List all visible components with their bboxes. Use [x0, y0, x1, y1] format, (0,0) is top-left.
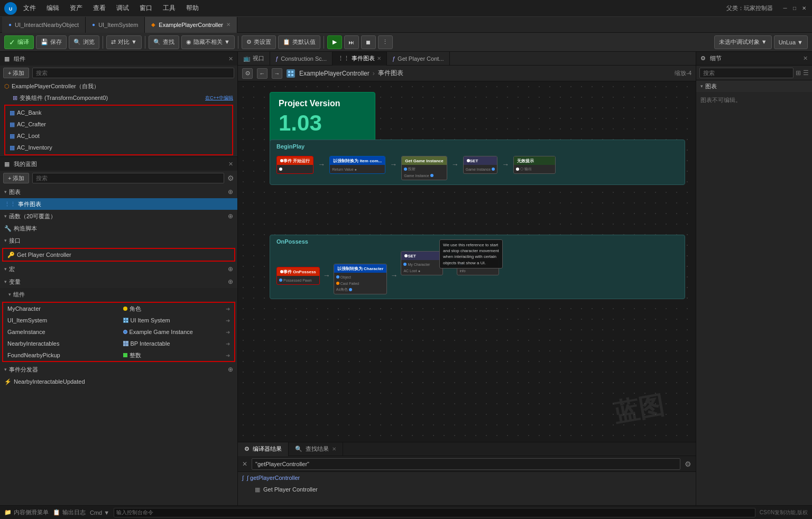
component-ac-crafter[interactable]: ▦ AC_Crafter — [5, 118, 232, 130]
close-button[interactable]: ✕ — [800, 5, 808, 12]
graphs-add-icon[interactable]: ⊕ — [228, 188, 233, 196]
macros-section-header[interactable]: ▾ 宏 ⊕ — [0, 263, 237, 275]
var-nearby-name[interactable]: NearbyInteractables — [3, 338, 119, 349]
find-results-search-input[interactable] — [252, 458, 680, 470]
component-root-item[interactable]: ⬡ ExamplePlayerController（自我） — [0, 80, 237, 92]
find-button[interactable]: 🔍 查找 — [149, 35, 179, 49]
menu-help[interactable]: 帮助 — [184, 3, 201, 14]
variables-add-icon[interactable]: ⊕ — [228, 278, 233, 285]
minimize-button[interactable]: ─ — [781, 5, 789, 12]
var-gameinstance-name[interactable]: GameInstance — [3, 326, 119, 338]
tab-get-player-cont[interactable]: ƒ Get Player Cont... — [387, 52, 450, 66]
event-dispatchers-section-header[interactable]: ▾ 事件分发器 ⊕ — [0, 363, 237, 376]
find-results-close-icon[interactable]: ✕ — [332, 446, 336, 452]
diff-button[interactable]: ⇄ 对比 ▼ — [106, 35, 142, 49]
breadcrumb-root[interactable]: ExamplePlayerController — [299, 70, 370, 77]
step-forward-button[interactable]: ⏭ — [344, 35, 359, 49]
component-transform-item[interactable]: ⊞ 变换组件 (TransformComponent0) 在C++中编辑 — [8, 92, 237, 104]
details-search-options-icon[interactable]: ☰ — [803, 69, 809, 77]
details-search-grid-icon[interactable]: ⊞ — [796, 69, 801, 77]
event-graph-item[interactable]: ⋮⋮ 事件图表 — [0, 198, 237, 210]
browse-button[interactable]: 🔍 浏览 — [69, 35, 99, 49]
search-close-icon[interactable]: ✕ — [242, 460, 247, 468]
details-close-icon[interactable]: ✕ — [803, 55, 808, 62]
menu-edit[interactable]: 编辑 — [44, 3, 61, 14]
interface-section-header[interactable]: ▾ 接口 — [0, 234, 237, 247]
nav-forward-button[interactable]: → — [272, 68, 282, 79]
var-components-section-header[interactable]: ▾ 组件 — [0, 288, 237, 301]
tab-viewport[interactable]: 📺 视口 — [238, 52, 270, 66]
compile-button[interactable]: ✓ 编译 — [4, 35, 34, 49]
class-defaults-button[interactable]: 📋 类默认值 — [278, 35, 320, 49]
tab-event-graph[interactable]: ⋮⋮ 事件图表 ✕ — [333, 52, 387, 66]
menu-file[interactable]: 文件 — [21, 3, 38, 14]
var-found-name[interactable]: FoundNearbyPickup — [3, 349, 119, 361]
get-game-instance-node[interactable]: Get Game Instance 投射 Game Instance — [401, 156, 447, 180]
component-ac-bank[interactable]: ▦ AC_Bank — [5, 107, 232, 118]
event-graph-tab-close[interactable]: ✕ — [377, 55, 381, 61]
constructor-script-item[interactable]: 🔧 构造脚本 — [0, 223, 237, 234]
debug-target-button[interactable]: 未选中调试对象 ▼ — [714, 35, 772, 49]
set-node-beginplay[interactable]: SET Game Instance — [463, 156, 497, 174]
var-nearby-type[interactable]: BP Interactable ➜ — [119, 338, 235, 349]
my-blueprint-close-icon[interactable]: ✕ — [228, 161, 233, 168]
variables-section-header[interactable]: ▾ 变量 ⊕ — [0, 275, 237, 288]
functions-section-header[interactable]: ▾ 函数（20可覆盖） ⊕ — [0, 210, 237, 223]
console-input[interactable] — [114, 508, 755, 517]
nav-back-button[interactable]: ← — [257, 68, 267, 79]
components-close-icon[interactable]: ✕ — [228, 55, 233, 62]
tab-ui-interact[interactable]: ● UI_InteractNearbyObject — [2, 17, 86, 33]
play-button[interactable]: ▶ — [327, 35, 342, 49]
save-button[interactable]: 💾 保存 — [36, 35, 67, 49]
details-search-input[interactable] — [699, 68, 793, 78]
content-browser-button[interactable]: 📁 内容侧滑菜单 — [4, 508, 49, 516]
var-mycharacter-name[interactable]: MyCharacter — [3, 303, 119, 314]
unlua-button[interactable]: UnLua ▼ — [774, 35, 808, 49]
cmd-dropdown[interactable]: Cmd ▼ — [90, 509, 109, 516]
var-ui-item-type[interactable]: UI Item System ➜ — [119, 314, 235, 326]
tab-ui-item[interactable]: ● UI_ItemSystem — [86, 17, 145, 33]
in-cpp-label[interactable]: 在C++中编辑 — [205, 95, 233, 101]
compiler-results-tab[interactable]: ⚙ 编译器结果 — [238, 442, 289, 456]
tab-example-controller[interactable]: ◆ ExamplePlayerController ✕ — [145, 17, 237, 33]
hide-unrelevant-button[interactable]: ◉ 隐藏不相关 ▼ — [181, 35, 235, 49]
my-blueprint-settings-icon[interactable]: ⚙ — [227, 174, 234, 182]
set-node-possess-1[interactable]: SET My Character AC Loot ● — [401, 251, 443, 275]
result-parent-item[interactable]: ∫ ∫ getPlayerController — [238, 472, 696, 484]
nav-mode-button[interactable]: ⊙ — [242, 68, 253, 79]
result-child-item[interactable]: ▦ Get Player Controller — [238, 484, 696, 495]
bp-canvas[interactable]: 蓝图 Project Version 1.03 BeginPlay — [238, 81, 696, 442]
component-ac-inventory[interactable]: ▦ AC_Inventory — [5, 142, 232, 153]
menu-tools[interactable]: 工具 — [161, 3, 178, 14]
begin-play-event-node[interactable]: 事件 开始运行 — [276, 156, 313, 174]
menu-window[interactable]: 窗口 — [137, 3, 154, 14]
my-blueprint-add-button[interactable]: + 添加 — [3, 173, 29, 183]
tab-close-controller[interactable]: ✕ — [226, 22, 230, 27]
menu-assets[interactable]: 资产 — [68, 3, 85, 14]
menu-view[interactable]: 查看 — [91, 3, 108, 14]
search-options-icon[interactable]: ⚙ — [685, 460, 691, 468]
my-blueprint-search-input[interactable] — [32, 173, 224, 183]
debug-options-button[interactable]: ⋮ — [378, 35, 393, 49]
event-dispatchers-add-icon[interactable]: ⊕ — [228, 366, 233, 373]
stop-button[interactable]: ⏹ — [361, 35, 376, 49]
nearby-interactable-updated-item[interactable]: ⚡ NearbyInteractableUpdated — [0, 376, 237, 387]
get-player-controller-item[interactable]: 🔑 Get Player Controller — [3, 249, 234, 261]
tab-construction-scene[interactable]: ƒ Construction Sc... — [270, 52, 333, 66]
on-possess-event-node[interactable]: 事件 OnPossess Possessed Pawn — [276, 267, 320, 285]
var-ui-item-name[interactable]: UI_ItemSystem — [3, 314, 119, 326]
graphs-section-header[interactable]: ▾ 图表 ⊕ — [0, 186, 237, 198]
cast-to-character-node[interactable]: 以强制转换为 Character Object Cas — [334, 264, 387, 294]
var-found-type[interactable]: 整数 ➜ — [119, 349, 235, 361]
find-results-tab[interactable]: 🔍 查找结果 ✕ — [289, 442, 343, 456]
maximize-button[interactable]: □ — [791, 5, 798, 12]
components-add-button[interactable]: + 添加 — [3, 68, 29, 78]
macros-add-icon[interactable]: ⊕ — [228, 265, 233, 273]
var-gameinstance-type[interactable]: Example Game Instance ➜ — [119, 326, 235, 338]
bp-canvas-container[interactable]: 蓝图 Project Version 1.03 BeginPlay — [238, 81, 696, 442]
cast-to-itemcom-node[interactable]: 以强制转换为 Item com... Return Value ● — [329, 156, 385, 174]
functions-add-icon[interactable]: ⊕ — [228, 212, 233, 220]
class-settings-button[interactable]: ⚙ 类设置 — [242, 35, 276, 49]
components-search-input[interactable] — [32, 68, 234, 78]
var-mycharacter-type[interactable]: 角色 ➜ — [119, 303, 235, 314]
